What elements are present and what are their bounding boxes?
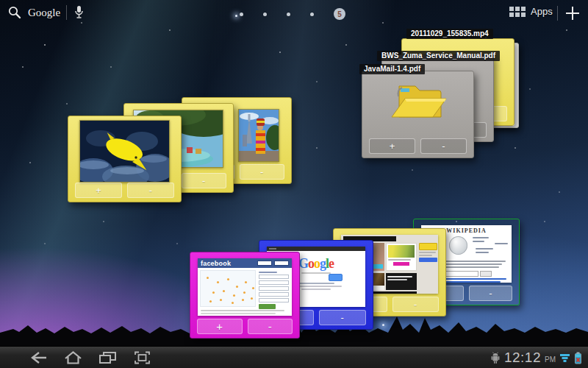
top-action-bar: Google 5 Apps [0,0,588,25]
apps-button[interactable]: Apps [509,6,553,17]
page-indicator: 5 [240,7,345,21]
clock: 12:12 [504,350,541,366]
photo-card-fish[interactable]: + - [68,116,182,202]
page-dot-2[interactable] [263,13,267,16]
bookmark-card-facebook[interactable]: facebook + - [190,252,300,339]
recent-apps-button[interactable] [98,350,118,365]
add-button[interactable]: + [197,319,243,334]
add-widget-plus-icon[interactable] [564,5,581,21]
remove-button[interactable]: - [420,138,467,154]
remove-button[interactable]: - [240,164,285,180]
remove-button[interactable]: - [127,183,174,198]
current-page-number: 5 [337,10,342,18]
clock-meridiem: PM [545,355,556,364]
home-button[interactable] [63,350,83,365]
news-caption-block [386,273,417,290]
file-card-pdf-javamail[interactable]: JavaMail-1.4.pdf + - [362,71,474,158]
search-divider [66,5,67,20]
facebook-logo: facebook [201,260,231,267]
apps-label: Apps [531,6,553,17]
page-dot-4[interactable] [310,13,314,16]
voice-search-mic-icon[interactable] [73,4,85,21]
status-area[interactable]: 12:12 PM [490,347,582,368]
news-cyan-button [372,264,383,269]
google-search-widget[interactable]: Google [7,4,85,21]
news-right-column [419,243,437,290]
screenshot-button[interactable] [132,350,152,365]
battery-status-icon [574,352,582,364]
page-dot-3[interactable] [287,13,290,16]
google-search-button [329,274,343,281]
back-button[interactable] [28,350,49,365]
apps-divider [557,6,558,21]
file-card-footer: + - [369,138,467,154]
file-name-label: 20111029_155835.mp4 [406,29,493,39]
bookmark-card-footer: + - [197,319,293,334]
file-name-label: JavaMail-1.4.pdf [359,64,425,74]
page-dot-current[interactable]: 5 [334,8,345,20]
android-robot-icon [490,352,501,364]
add-button[interactable]: + [75,183,122,198]
facebook-page-thumbnail: facebook [198,258,292,316]
apps-grid-icon [509,7,526,17]
remove-button[interactable]: - [469,286,512,301]
news-side-panel [386,243,417,271]
facebook-signup-form [257,268,292,308]
system-bar: 12:12 PM [0,346,588,368]
photo-yellow-fish [79,120,170,183]
facebook-login-fields [257,261,289,266]
file-name-label: BWS_Zuma_Service_Manual.pdf [377,51,500,61]
browser-chrome-bar [267,247,365,251]
remove-button[interactable]: - [392,297,440,312]
facebook-signup-button [259,304,276,309]
remove-button[interactable]: - [182,173,227,188]
add-button[interactable]: + [369,138,415,154]
wikipedia-search-button [480,271,492,277]
signal-strength-icon [559,353,570,363]
page-dot-1[interactable] [240,13,243,16]
remove-button[interactable]: - [319,310,367,325]
home-screen: Google 5 Apps [0,0,588,368]
remove-button[interactable]: - [248,319,293,334]
wikipedia-globe-logo [449,236,467,255]
search-icon [7,5,22,20]
folder-icon [387,80,451,127]
photo-card-footer: + - [75,183,174,198]
facebook-connections-graphic [200,270,256,307]
facebook-header-bar: facebook [198,258,292,268]
google-search-label: Google [28,7,60,19]
photo-castle-costume [238,109,279,162]
